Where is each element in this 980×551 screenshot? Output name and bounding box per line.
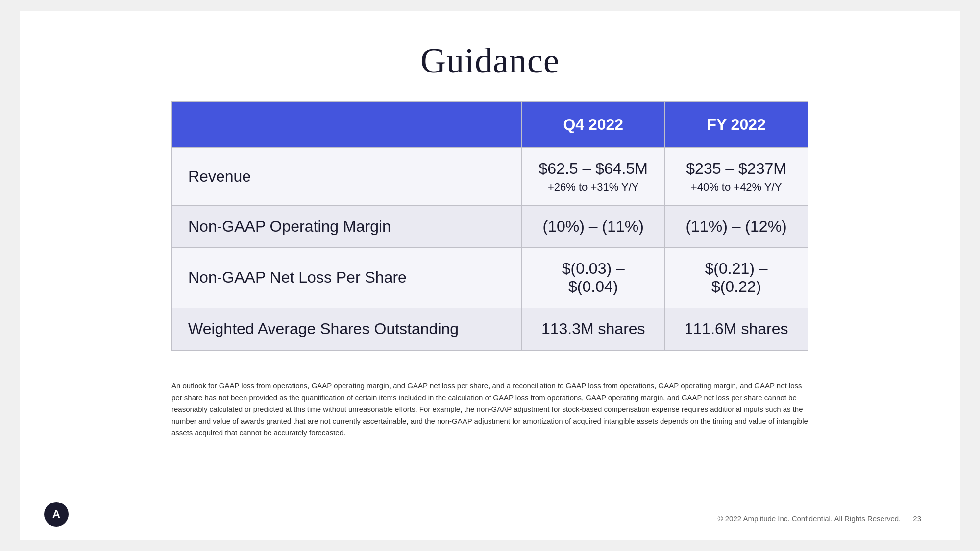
- row-label: Weighted Average Shares Outstanding: [172, 308, 522, 350]
- logo: A: [44, 502, 69, 527]
- copyright-text: © 2022 Amplitude Inc. Confidential. All …: [718, 514, 921, 523]
- fy-value-cell: (11%) – (12%): [665, 205, 808, 247]
- q4-value-cell: $(0.03) – $(0.04): [522, 247, 665, 308]
- footnote-text: An outlook for GAAP loss from operations…: [172, 380, 808, 439]
- table-row: Non-GAAP Operating Margin(10%) – (11%)(1…: [172, 205, 808, 247]
- table-row: Revenue$62.5 – $64.5M+26% to +31% Y/Y$23…: [172, 147, 808, 205]
- q4-value-cell: (10%) – (11%): [522, 205, 665, 247]
- row-label: Non-GAAP Net Loss Per Share: [172, 247, 522, 308]
- header-fy-2022: FY 2022: [665, 101, 808, 147]
- q4-value-cell: 113.3M shares: [522, 308, 665, 350]
- table-row: Weighted Average Shares Outstanding113.3…: [172, 308, 808, 350]
- header-empty-cell: [172, 101, 522, 147]
- fy-value-cell: $235 – $237M+40% to +42% Y/Y: [665, 147, 808, 205]
- table-row: Non-GAAP Net Loss Per Share$(0.03) – $(0…: [172, 247, 808, 308]
- logo-letter: A: [52, 508, 60, 521]
- fy-value-cell: $(0.21) – $(0.22): [665, 247, 808, 308]
- q4-value-cell: $62.5 – $64.5M+26% to +31% Y/Y: [522, 147, 665, 205]
- row-label: Non-GAAP Operating Margin: [172, 205, 522, 247]
- page-title: Guidance: [420, 41, 560, 81]
- slide: Guidance Q4 2022 FY 2022 Revenue$62.5 – …: [20, 11, 960, 540]
- fy-value-cell: 111.6M shares: [665, 308, 808, 350]
- header-q4-2022: Q4 2022: [522, 101, 665, 147]
- guidance-table: Q4 2022 FY 2022 Revenue$62.5 – $64.5M+26…: [172, 101, 808, 351]
- row-label: Revenue: [172, 147, 522, 205]
